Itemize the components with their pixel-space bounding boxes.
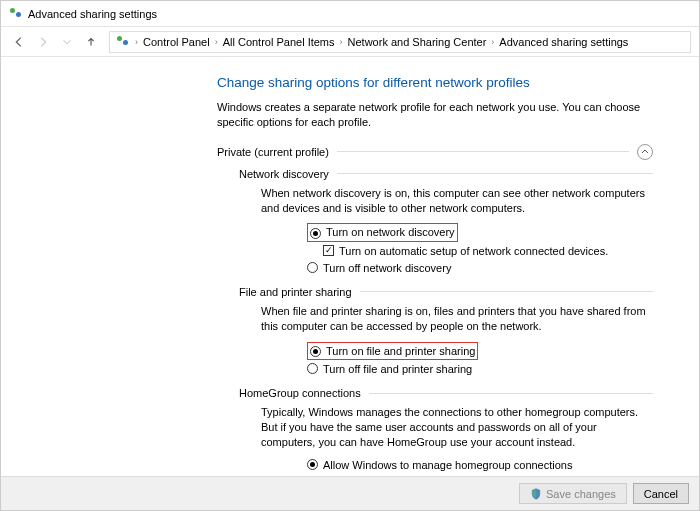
content-area: Change sharing options for different net… [1, 57, 699, 477]
subsection-homegroup: HomeGroup connections [239, 387, 653, 399]
save-changes-button[interactable]: Save changes [519, 483, 627, 504]
divider [360, 291, 653, 292]
subsection-label: HomeGroup connections [239, 387, 361, 399]
page-heading: Change sharing options for different net… [217, 75, 653, 90]
breadcrumb-item[interactable]: Control Panel [143, 36, 210, 48]
breadcrumb-item[interactable]: Advanced sharing settings [499, 36, 628, 48]
radio-network-discovery-on[interactable] [310, 228, 321, 239]
up-button[interactable] [81, 32, 101, 52]
navbar: › Control Panel › All Control Panel Item… [1, 27, 699, 57]
option-label[interactable]: Turn on automatic setup of network conne… [339, 244, 608, 259]
intro-text: Windows creates a separate network profi… [217, 100, 653, 130]
cancel-label: Cancel [644, 488, 678, 500]
breadcrumb-item[interactable]: All Control Panel Items [223, 36, 335, 48]
divider [337, 173, 653, 174]
footer: Save changes Cancel [1, 476, 699, 510]
cancel-button[interactable]: Cancel [633, 483, 689, 504]
radio-file-printer-on[interactable] [310, 346, 321, 357]
chevron-right-icon[interactable]: › [132, 37, 141, 47]
window-title: Advanced sharing settings [28, 8, 157, 20]
forward-button[interactable] [33, 32, 53, 52]
file-printer-desc: When file and printer sharing is on, fil… [261, 304, 653, 334]
breadcrumb[interactable]: › Control Panel › All Control Panel Item… [109, 31, 691, 53]
network-discovery-desc: When network discovery is on, this compu… [261, 186, 653, 216]
radio-file-printer-off[interactable] [307, 363, 318, 374]
option-label[interactable]: Turn on network discovery [326, 225, 455, 240]
chevron-right-icon[interactable]: › [488, 37, 497, 47]
chevron-right-icon[interactable]: › [212, 37, 221, 47]
recent-dropdown-icon[interactable] [57, 32, 77, 52]
subsection-network-discovery: Network discovery [239, 168, 653, 180]
option-label[interactable]: Turn on file and printer sharing [326, 344, 475, 359]
shield-icon [530, 488, 542, 500]
section-private[interactable]: Private (current profile) [217, 144, 653, 160]
collapse-icon[interactable] [637, 144, 653, 160]
section-label: Private (current profile) [217, 146, 329, 158]
radio-network-discovery-off[interactable] [307, 262, 318, 273]
homegroup-desc: Typically, Windows manages the connectio… [261, 405, 653, 450]
option-label[interactable]: Turn off network discovery [323, 261, 451, 276]
back-button[interactable] [9, 32, 29, 52]
breadcrumb-icon [114, 34, 130, 50]
subsection-label: File and printer sharing [239, 286, 352, 298]
divider [369, 393, 653, 394]
subsection-label: Network discovery [239, 168, 329, 180]
app-icon [7, 6, 23, 22]
option-label[interactable]: Allow Windows to manage homegroup connec… [323, 458, 653, 477]
option-label[interactable]: Turn off file and printer sharing [323, 362, 472, 377]
save-label: Save changes [546, 488, 616, 500]
radio-homegroup-allow[interactable] [307, 459, 318, 470]
chevron-right-icon[interactable]: › [337, 37, 346, 47]
subsection-file-printer: File and printer sharing [239, 286, 653, 298]
checkbox-auto-setup[interactable] [323, 245, 334, 256]
divider [337, 151, 629, 152]
breadcrumb-item[interactable]: Network and Sharing Center [348, 36, 487, 48]
highlight-box: Turn on file and printer sharing [307, 342, 478, 361]
highlight-box: Turn on network discovery [307, 223, 458, 242]
titlebar: Advanced sharing settings [1, 1, 699, 27]
